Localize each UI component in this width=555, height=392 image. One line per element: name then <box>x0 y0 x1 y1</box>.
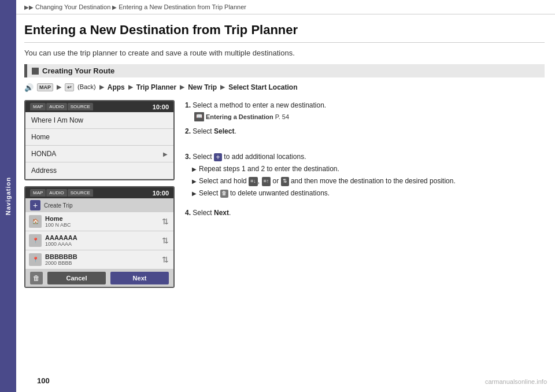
trip-row-2[interactable]: 📍 BBBBBBB 2000 BBBB ⇅ <box>25 250 173 269</box>
step-3-bullet-text-1: Repeat steps 1 and 2 to enter the destin… <box>199 164 339 174</box>
step-1-ref: 📖 Entering a Destination P. 54 <box>185 110 545 121</box>
next-button[interactable]: Next <box>110 272 169 284</box>
step-1: 1. Select a method to enter a new destin… <box>185 100 545 121</box>
plus-icon: + <box>214 153 222 161</box>
step-4-num: 4. <box>185 209 193 217</box>
step-3: 3. Select + to add additional locations.… <box>185 151 545 198</box>
breadcrumb: ▶▶ Changing Your Destination ▶ Entering … <box>16 0 555 14</box>
trip-row-icon-0: 🏠 <box>29 215 42 228</box>
screen1-row-label-0: Where I Am Now <box>31 116 83 124</box>
trip-row-addr-1: 1000 AAAA <box>45 241 158 247</box>
select-start-label: Select Start Location <box>228 83 297 91</box>
map-button-icon: MAP <box>37 83 53 91</box>
screen1-tab-map: MAP <box>30 103 46 110</box>
step-3-bullet-text-2: Select and hold ≡↓, ≡↑ or ⇅ and then mov… <box>199 176 456 186</box>
create-trip-label: Create Trip <box>44 202 72 209</box>
watermark: carmanualsonline.info <box>485 378 547 385</box>
bullet-arrow-2: ▶ <box>192 177 197 186</box>
screen1-row-label-2: HONDA <box>31 150 56 158</box>
step-3-text: Select + to add additional locations. <box>193 153 306 161</box>
page-body: Entering a New Destination from Trip Pla… <box>16 14 555 392</box>
trip-row-name-1: AAAAAAA <box>45 234 158 241</box>
screen2-tabs: MAP AUDIO SOURCE <box>30 189 93 197</box>
section-square-icon <box>32 68 39 75</box>
screen2-mockup: MAP AUDIO SOURCE 10:00 + Create Trip 🏠 <box>24 186 175 288</box>
back-label: (Back) <box>77 83 96 90</box>
step-4-text: Select Next. <box>193 209 231 217</box>
step-3-bullet-2: ▶ Select and hold ≡↓, ≡↑ or ⇅ and then m… <box>185 176 545 186</box>
screen1-header: MAP AUDIO SOURCE 10:00 <box>25 101 173 112</box>
trip-row-sort-0[interactable]: ⇅ <box>162 217 169 226</box>
step-3-bullet-1: ▶ Repeat steps 1 and 2 to enter the dest… <box>185 164 545 174</box>
screen2-footer: 🗑 Cancel Next <box>25 269 173 287</box>
trip-row-0[interactable]: 🏠 Home 100 N ABC ⇅ <box>25 212 173 231</box>
step-1-ref-text: Entering a Destination P. 54 <box>206 112 289 122</box>
trip-planner-label: Trip Planner <box>136 83 176 91</box>
screen2-tab-map: MAP <box>30 189 46 197</box>
sidebar-label: Navigation <box>5 177 12 215</box>
step-3-bullet-3: ▶ Select 🗑 to delete unwanted destinatio… <box>185 188 545 198</box>
screen1-tabs: MAP AUDIO SOURCE <box>30 103 93 110</box>
sort-both-icon: ⇅ <box>281 177 289 186</box>
trip-row-addr-0: 100 N ABC <box>45 222 158 228</box>
trip-row-icon-2: 📍 <box>29 253 42 266</box>
page-number: 100 <box>37 376 50 385</box>
screen2-body: 🏠 Home 100 N ABC ⇅ 📍 AAAAAAA <box>25 212 173 269</box>
trip-row-icon-1: 📍 <box>29 234 42 247</box>
step-4: 4. Select Next. <box>185 208 545 218</box>
steps-col: 1. Select a method to enter a new destin… <box>185 100 545 386</box>
screen1-row-arrow-2: ▶ <box>163 151 168 157</box>
screen2-time: 10:00 <box>153 190 169 197</box>
screen1-row-0[interactable]: Where I Am Now <box>25 112 173 129</box>
screen2-subheader: + Create Trip <box>25 198 173 212</box>
breadcrumb-arrow1: ▶▶ <box>24 4 34 10</box>
bullet-arrow-1: ▶ <box>192 165 197 173</box>
arr1: ▶ <box>57 83 61 91</box>
new-trip-label: New Trip <box>188 83 217 91</box>
screen1-body: Where I Am Now Home HONDA ▶ Address <box>25 112 173 179</box>
screen1-row-2[interactable]: HONDA ▶ <box>25 146 173 162</box>
trip-row-sort-1[interactable]: ⇅ <box>162 236 169 245</box>
back-button-icon: ↩ <box>65 83 74 91</box>
trip-row-text-2: BBBBBBB 2000 BBBB <box>45 253 158 266</box>
trash-icon-inline: 🗑 <box>220 190 228 198</box>
step-1-text: Select a method to enter a new destinati… <box>193 101 326 109</box>
breadcrumb-arrow2: ▶ <box>112 4 117 10</box>
trip-row-text-0: Home 100 N ABC <box>45 215 158 228</box>
screen1-row-label-3: Address <box>31 167 57 175</box>
screen1-tab-source: SOURCE <box>68 103 93 110</box>
trip-row-addr-2: 2000 BBBB <box>45 260 158 266</box>
trip-row-name-2: BBBBBBB <box>45 253 158 260</box>
page-title: Entering a New Destination from Trip Pla… <box>24 23 545 38</box>
instruction-row: 🔊 MAP ▶ ↩ (Back) ▶ Apps ▶ Trip Planner ▶… <box>24 83 545 92</box>
arr5: ▶ <box>220 83 225 91</box>
trip-row-name-0: Home <box>45 215 158 222</box>
cancel-button[interactable]: Cancel <box>47 272 106 284</box>
section-header: Creating Your Route <box>24 64 545 77</box>
section-title: Creating Your Route <box>42 66 114 75</box>
screen1-row-1[interactable]: Home <box>25 129 173 146</box>
title-divider <box>24 42 545 43</box>
sidebar: Navigation <box>0 0 16 392</box>
screen1-mockup: MAP AUDIO SOURCE 10:00 Where I Am Now Ho… <box>24 100 175 180</box>
trip-row-1[interactable]: 📍 AAAAAAA 1000 AAAA ⇅ <box>25 231 173 250</box>
trip-row-sort-2[interactable]: ⇅ <box>162 255 169 264</box>
screen2-tab-source: SOURCE <box>68 189 93 197</box>
trip-row-text-1: AAAAAAA 1000 AAAA <box>45 234 158 247</box>
instruction-icon-speaker: 🔊 <box>24 83 34 92</box>
main-content: ▶▶ Changing Your Destination ▶ Entering … <box>16 0 555 392</box>
arr2: ▶ <box>99 83 104 91</box>
breadcrumb-item-1: Changing Your Destination <box>35 3 110 10</box>
screen2-header: MAP AUDIO SOURCE 10:00 <box>25 187 173 198</box>
delete-button[interactable]: 🗑 <box>30 272 43 284</box>
page-subtitle: You can use the trip planner to create a… <box>24 49 545 57</box>
add-location-button[interactable]: + <box>30 200 40 210</box>
screen1-time: 10:00 <box>153 103 169 110</box>
book-icon: 📖 <box>194 112 204 121</box>
arr3: ▶ <box>128 83 133 91</box>
sort-down-icon: ≡↓ <box>249 177 258 186</box>
screen2-tab-audio: AUDIO <box>46 189 66 197</box>
screen1-tab-audio: AUDIO <box>46 103 66 110</box>
screen1-row-3[interactable]: Address <box>25 162 173 179</box>
apps-label: Apps <box>108 83 125 91</box>
